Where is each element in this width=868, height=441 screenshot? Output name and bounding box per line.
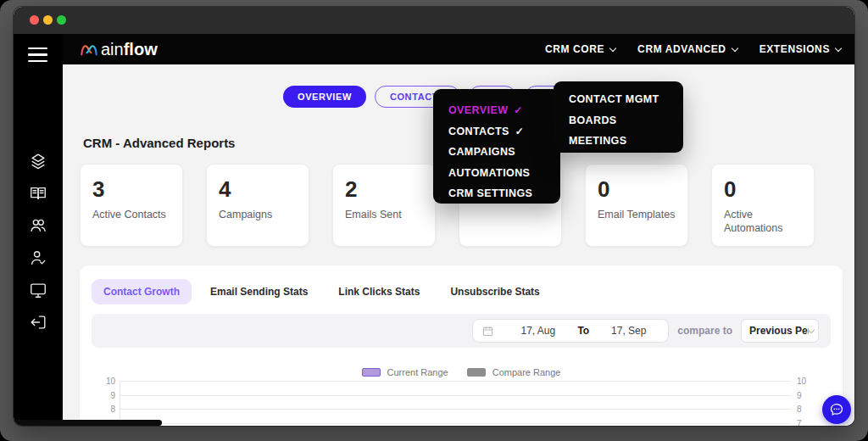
tab-contact-growth[interactable]: Contact Growth [92, 279, 192, 304]
menu-item-crm-settings[interactable]: CRM SETTINGS [433, 183, 560, 204]
close-window-button[interactable] [30, 15, 39, 25]
y-tick-right: 7 [797, 419, 817, 426]
menu-item-campaigns[interactable]: CAMPAIGNS [433, 142, 560, 163]
mainflow-logo-icon [78, 40, 100, 59]
legend-swatch-compare-range [467, 368, 486, 377]
menu-item-meetings[interactable]: MEETINGS [554, 131, 683, 152]
chat-bubble-icon [828, 401, 845, 418]
stat-label: Active Automations [724, 208, 802, 237]
monitor-icon[interactable] [29, 281, 47, 299]
stat-value: 0 [598, 177, 676, 202]
date-range-picker[interactable]: 17, Aug To 17, Sep [472, 319, 669, 343]
chart-gridline-10: 10 10 [80, 381, 843, 391]
logo-text-bold: flow [124, 40, 158, 59]
chevron-down-icon [835, 44, 842, 51]
compare-period-value: Previous Period [749, 325, 809, 337]
logout-icon[interactable] [29, 313, 47, 332]
chart-legend: Current Range Compare Range [80, 367, 843, 377]
chevron-down-icon [609, 44, 616, 51]
legend-label-compare-range: Compare Range [492, 367, 561, 377]
stat-label: Email Templates [598, 208, 676, 222]
stat-label: Campaigns [219, 208, 297, 222]
report-tabs: Contact Growth Email Sending Stats Link … [92, 279, 552, 304]
chart-gridline-8: 8 8 [80, 409, 843, 419]
stat-card-campaigns: 4 Campaigns [206, 164, 309, 247]
date-to[interactable]: 17, Sep [589, 325, 668, 337]
date-from[interactable]: 17, Aug [498, 325, 577, 337]
check-icon: ✓ [515, 126, 524, 137]
contacts-submenu: CONTACT MGMT BOARDS MEETINGS [554, 81, 683, 153]
tab-link-clicks-stats[interactable]: Link Clicks Stats [326, 279, 431, 304]
nav-crm-core[interactable]: CRM CORE [545, 43, 615, 55]
date-to-label: To [577, 325, 589, 337]
stat-card-emails-sent: 2 Emails Sent [332, 164, 436, 247]
stat-card-active-contacts: 3 Active Contacts [80, 164, 183, 247]
layers-icon[interactable] [29, 152, 47, 170]
menu-item-overview[interactable]: OVERVIEW✓ [433, 100, 560, 121]
stat-value: 3 [92, 177, 170, 202]
y-tick-left: 8 [92, 405, 115, 414]
users-icon[interactable] [29, 216, 47, 235]
sections-dropdown-menu: OVERVIEW✓ CONTACTS✓ CAMPAIGNS AUTOMATION… [433, 89, 560, 204]
nav-extensions[interactable]: EXTENSIONS [760, 43, 841, 55]
stat-value: 0 [724, 177, 802, 202]
y-tick-left: 9 [92, 391, 115, 400]
stat-label: Active Contacts [92, 208, 170, 222]
stat-value: 4 [219, 177, 297, 202]
mainflow-logo[interactable]: ainflow [78, 40, 158, 59]
filter-bar: 17, Aug To 17, Sep compare to Previous P… [92, 314, 831, 348]
stat-card-active-automations: 0 Active Automations [711, 164, 815, 247]
legend-label-current-range: Current Range [387, 367, 448, 377]
chart-gridline-7: 7 7 [80, 423, 843, 426]
check-icon: ✓ [514, 104, 522, 116]
menu-item-boards[interactable]: BOARDS [554, 110, 683, 131]
y-tick-right: 9 [797, 391, 817, 400]
menu-item-contact-mgmt[interactable]: CONTACT MGMT [554, 89, 683, 110]
calendar-icon [482, 326, 493, 337]
pill-overview[interactable]: OVERVIEW [283, 86, 366, 108]
minimize-window-button[interactable] [43, 15, 53, 25]
y-tick-right: 10 [797, 377, 817, 386]
window-titlebar [14, 7, 854, 34]
sidebar-bottom-edge [14, 420, 63, 426]
compare-period-select[interactable]: Previous Period [741, 319, 819, 343]
main-content: OVERVIEW CONTACTS CRM - Advanced Reports… [63, 64, 854, 426]
stat-label: Emails Sent [345, 208, 423, 222]
tab-unsubscribe-stats[interactable]: Unsubscribe Stats [438, 279, 551, 304]
compare-to-label: compare to [677, 325, 732, 337]
chart-gridline-9: 9 9 [80, 395, 843, 405]
stat-value: 2 [345, 177, 423, 202]
y-tick-left: 10 [92, 377, 115, 386]
y-tick-right: 8 [797, 405, 817, 414]
app-window: ainflow CRM CORE CRM ADVANCED EXTENSIONS [14, 7, 854, 426]
menu-item-contacts[interactable]: CONTACTS✓ [433, 121, 560, 142]
nav-crm-advanced[interactable]: CRM ADVANCED [637, 43, 737, 55]
chevron-down-icon [808, 326, 815, 332]
hamburger-menu-icon[interactable] [28, 47, 47, 66]
legend-swatch-current-range [362, 368, 381, 377]
book-icon[interactable] [29, 184, 47, 203]
report-panel: Contact Growth Email Sending Stats Link … [80, 265, 843, 426]
chat-widget-button[interactable] [822, 395, 851, 424]
maximize-window-button[interactable] [57, 15, 66, 25]
left-sidebar [14, 34, 63, 426]
menu-item-automations[interactable]: AUTOMATIONS [433, 163, 560, 184]
chevron-down-icon [731, 44, 737, 51]
top-navbar: ainflow CRM CORE CRM ADVANCED EXTENSIONS [63, 34, 854, 64]
tab-email-sending-stats[interactable]: Email Sending Stats [198, 279, 320, 304]
page-title: CRM - Advanced Reports [83, 136, 235, 150]
stat-card-email-templates: 0 Email Templates [585, 164, 688, 247]
logo-text-regular: ain [101, 40, 124, 59]
user-check-icon[interactable] [29, 248, 47, 267]
horizontal-scrollbar[interactable] [63, 420, 162, 426]
